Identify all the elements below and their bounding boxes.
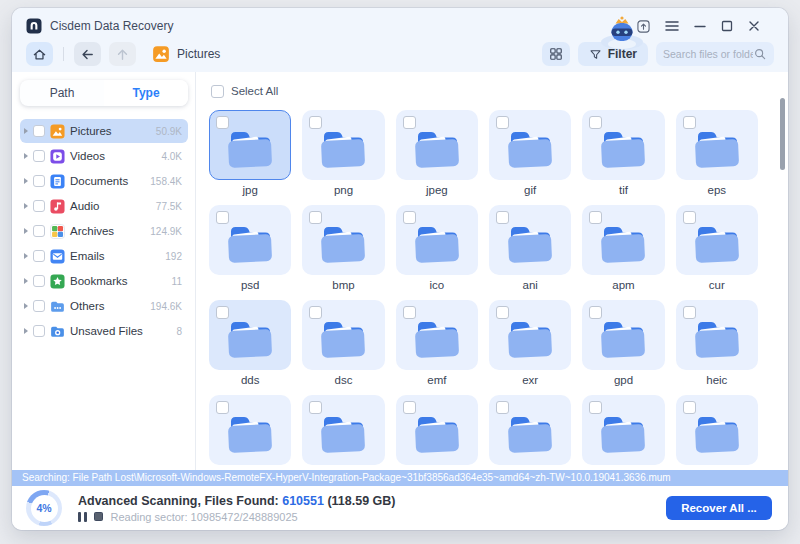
folder-icon: [223, 410, 277, 454]
sidebar-item-unsaved-files[interactable]: Unsaved Files8: [20, 319, 188, 343]
vertical-scrollbar[interactable]: [780, 98, 785, 170]
expand-caret-icon[interactable]: [24, 328, 28, 334]
item-label: Emails: [70, 250, 105, 262]
folder-tile[interactable]: [582, 395, 664, 465]
folder-cell-emf: emf: [396, 300, 478, 391]
folder-tile-tif[interactable]: [582, 110, 664, 180]
item-checkbox[interactable]: [33, 125, 45, 137]
folder-tile[interactable]: [396, 395, 478, 465]
folder-cell-ico: ico: [396, 205, 478, 296]
sidebar-item-audio[interactable]: Audio77.5K: [20, 194, 188, 218]
sidebar-tab-type[interactable]: Type: [104, 80, 188, 106]
folder-cell: [582, 395, 664, 470]
folder-tile-eps[interactable]: [676, 110, 758, 180]
sidebar-item-documents[interactable]: Documents158.4K: [20, 169, 188, 193]
sidebar-item-videos[interactable]: Videos4.0K: [20, 144, 188, 168]
folder-icon: [410, 315, 464, 359]
expand-caret-icon[interactable]: [24, 178, 28, 184]
item-count: 8: [176, 326, 182, 337]
folder-label: dsc: [335, 370, 353, 391]
item-label: Unsaved Files: [70, 325, 143, 337]
sidebar-tab-path[interactable]: Path: [20, 80, 104, 106]
folder-label: png: [334, 180, 353, 201]
item-checkbox[interactable]: [33, 150, 45, 162]
folder-tile[interactable]: [302, 395, 384, 465]
folder-tile-exr[interactable]: [489, 300, 571, 370]
folder-tile-psd[interactable]: [209, 205, 291, 275]
files-found-count: 610551: [282, 494, 324, 508]
pause-icon[interactable]: [78, 512, 87, 522]
item-checkbox[interactable]: [33, 325, 45, 337]
folder-icon: [316, 125, 370, 169]
item-checkbox[interactable]: [33, 175, 45, 187]
recover-all-button[interactable]: Recover All ...: [666, 496, 772, 520]
sidebar-item-bookmarks[interactable]: Bookmarks11: [20, 269, 188, 293]
breadcrumb: Pictures: [152, 45, 220, 63]
folder-cell-cur: cur: [676, 205, 758, 296]
folder-tile-ani[interactable]: [489, 205, 571, 275]
grid-view-button[interactable]: [542, 42, 570, 66]
item-count: 158.4K: [150, 176, 182, 187]
folder-tile-png[interactable]: [302, 110, 384, 180]
folder-tile-gpd[interactable]: [582, 300, 664, 370]
sidebar-item-emails[interactable]: Emails192: [20, 244, 188, 268]
folder-cell-dds: dds: [209, 300, 291, 391]
folder-label: gpd: [614, 370, 633, 391]
folder-tile-gif[interactable]: [489, 110, 571, 180]
expand-caret-icon[interactable]: [24, 203, 28, 209]
home-button[interactable]: [26, 42, 53, 66]
sidebar-item-archives[interactable]: Archives124.9K: [20, 219, 188, 243]
item-checkbox[interactable]: [33, 275, 45, 287]
item-checkbox[interactable]: [33, 300, 45, 312]
folder-tile[interactable]: [489, 395, 571, 465]
search-icon[interactable]: [753, 47, 767, 61]
expand-caret-icon[interactable]: [24, 253, 28, 259]
sidebar-item-others[interactable]: Others194.6K: [20, 294, 188, 318]
item-checkbox[interactable]: [33, 200, 45, 212]
maximize-icon[interactable]: [721, 20, 733, 32]
folder-cell: [209, 395, 291, 470]
expand-caret-icon[interactable]: [24, 128, 28, 134]
folder-tile-cur[interactable]: [676, 205, 758, 275]
menu-icon[interactable]: [665, 20, 679, 32]
folder-icon: [223, 125, 277, 169]
sidebar-item-pictures[interactable]: Pictures50.9K: [20, 119, 188, 143]
folder-label: apm: [612, 275, 634, 296]
folder-tile-emf[interactable]: [396, 300, 478, 370]
documents-icon: [50, 174, 65, 189]
folder-tile[interactable]: [209, 395, 291, 465]
folder-tile-jpg[interactable]: [209, 110, 291, 180]
stop-icon[interactable]: [94, 512, 103, 521]
folder-cell-eps: eps: [676, 110, 758, 201]
item-label: Videos: [70, 150, 105, 162]
reading-sector-label: Reading sector: 10985472/248889025: [111, 511, 298, 523]
expand-caret-icon[interactable]: [24, 153, 28, 159]
folder-icon: [410, 220, 464, 264]
item-label: Pictures: [70, 125, 112, 137]
folder-tile-dds[interactable]: [209, 300, 291, 370]
minimize-icon[interactable]: [694, 20, 706, 32]
window-title: Cisdem Data Recovery: [50, 19, 173, 33]
folder-tile-jpeg[interactable]: [396, 110, 478, 180]
topbar: Cisdem Data Recovery: [12, 8, 788, 72]
back-button[interactable]: [74, 42, 101, 66]
folder-cell-bmp: bmp: [302, 205, 384, 296]
folder-tile-heic[interactable]: [676, 300, 758, 370]
folder-tile-apm[interactable]: [582, 205, 664, 275]
select-all-checkbox[interactable]: [211, 85, 224, 98]
folder-tile-ico[interactable]: [396, 205, 478, 275]
item-count: 124.9K: [150, 226, 182, 237]
expand-caret-icon[interactable]: [24, 278, 28, 284]
folder-tile-dsc[interactable]: [302, 300, 384, 370]
folder-tile-bmp[interactable]: [302, 205, 384, 275]
search-input[interactable]: [663, 48, 753, 60]
expand-caret-icon[interactable]: [24, 228, 28, 234]
expand-caret-icon[interactable]: [24, 303, 28, 309]
close-icon[interactable]: [748, 20, 760, 32]
up-button[interactable]: [109, 42, 136, 66]
item-checkbox[interactable]: [33, 250, 45, 262]
folder-tile[interactable]: [676, 395, 758, 465]
folder-label: heic: [706, 370, 727, 391]
folder-icon: [690, 125, 744, 169]
item-checkbox[interactable]: [33, 225, 45, 237]
